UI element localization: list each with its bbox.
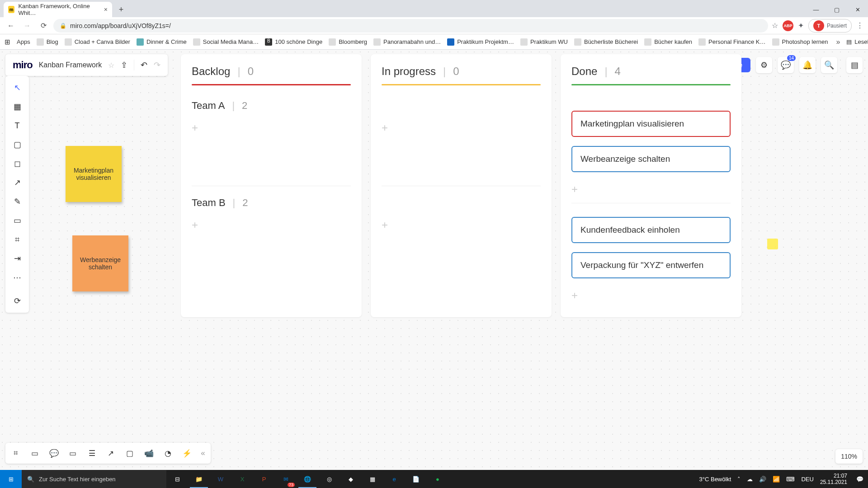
start-button[interactable]: ⊞ [0,470,22,488]
bookmark-item[interactable]: B100 schöne Dinge [265,38,322,46]
comments-icon[interactable]: 💬14 [778,57,794,73]
cards-icon[interactable]: ▭ [64,445,81,462]
close-tab-icon[interactable]: × [104,6,108,13]
reading-list-button[interactable]: ▤Leseliste [846,38,868,45]
notifications-tray-icon[interactable]: 💬 [856,476,863,483]
export-icon[interactable]: ⇪ [121,60,127,70]
shape-tool-icon[interactable]: ◻ [8,155,26,173]
ai-tool-icon[interactable]: ⟳ [8,292,26,310]
bookmark-item[interactable]: Bloomberg [329,38,367,46]
app-icon[interactable]: ◆ [340,470,362,488]
board-name[interactable]: Kanban Framework [39,61,102,69]
add-card-button[interactable]: + [571,287,731,304]
bookmark-item[interactable]: Panoramabahn und… [373,38,441,46]
share-panel-icon[interactable]: ↗ [102,445,119,462]
clock[interactable]: 21:07 25.11.2021 [820,473,850,486]
kanban-column-done[interactable]: Done | 4 Marketingplan visualisieren Wer… [561,54,741,317]
comments-panel-icon[interactable]: 💬 [45,445,62,462]
select-tool-icon[interactable]: ↖ [8,79,26,97]
task-view-icon[interactable]: ⊟ [166,470,188,488]
bookmark-item[interactable]: Dinner & Crime [137,38,187,46]
kanban-card[interactable]: Marketingplan visualisieren [571,111,731,137]
explorer-icon[interactable]: 📁 [188,470,210,488]
obs-icon[interactable]: ◎ [318,470,340,488]
more-tools-icon[interactable]: ⋯ [8,268,26,286]
new-tab-button[interactable]: + [115,3,127,16]
sticky-tool-icon[interactable]: ▢ [8,136,26,154]
keyboard-icon[interactable]: ⌨ [786,476,795,483]
zoom-level[interactable]: 110% [835,449,863,464]
settings-icon[interactable]: ⚙ [756,57,772,73]
bookmark-item[interactable]: Cload + Canva Bilder [65,38,130,46]
weather-widget[interactable]: 3°C Bewölkt [699,476,731,483]
sticky-note[interactable]: Werbeanzeige schalten [72,235,128,291]
text-tool-icon[interactable]: T [8,117,26,135]
kanban-column-inprogress[interactable]: In progress | 0 . + . + [371,54,552,317]
sticky-note[interactable]: Marketingplan visualisieren [66,146,122,202]
list-icon[interactable]: ☰ [83,445,100,462]
star-board-icon[interactable]: ☆ [108,61,114,70]
minimize-icon[interactable]: — [806,2,826,17]
notepad-icon[interactable]: 📄 [405,470,427,488]
miro-canvas[interactable]: miro Kanban Framework ☆ ⇪ ↶ ↷ ↖ ✨ T Shar… [0,50,868,470]
bookmark-item[interactable]: Praktikum Projektm… [447,38,514,46]
kanban-card[interactable]: Verpackung für "XYZ" entwerfen [571,252,731,278]
kanban-column-backlog[interactable]: Backlog | 0 Team A | 2 + Team B | 2 [181,54,362,317]
excel-icon[interactable]: X [231,470,253,488]
timer-icon[interactable]: ◔ [159,445,176,462]
word-icon[interactable]: W [210,470,231,488]
bookmark-item[interactable]: Bücherliste Bücherei [574,38,638,46]
activity-icon[interactable]: ▤ [846,57,863,73]
language-indicator[interactable]: DEU [801,476,813,483]
onedrive-icon[interactable]: ☁ [747,476,753,483]
frame-tool-icon[interactable]: ⌗ [8,230,26,249]
kanban-card[interactable]: Werbeanzeige schalten [571,146,731,172]
miro-logo[interactable]: miro [13,59,33,71]
templates-tool-icon[interactable]: ▦ [8,98,26,116]
reload-icon[interactable]: ⟳ [37,19,50,32]
notifications-icon[interactable]: 🔔 [799,57,816,73]
undo-icon[interactable]: ↶ [141,60,147,70]
bolt-icon[interactable]: ⚡ [178,445,195,462]
edge-icon[interactable]: e [383,470,405,488]
bookmarks-overflow-icon[interactable]: » [836,38,840,46]
redo-icon[interactable]: ↷ [154,60,160,70]
bookmark-item[interactable]: Praktikum WU [520,38,568,46]
record-icon[interactable]: 📹 [140,445,157,462]
star-icon[interactable]: ☆ [772,21,778,30]
taskbar-search[interactable]: 🔍 Zur Suche Text hier eingeben [22,470,166,488]
add-card-button[interactable]: + [382,120,541,136]
present-icon[interactable]: ▭ [26,445,43,462]
add-card-button[interactable]: + [192,217,351,233]
bookmark-item[interactable]: Personal Finance K… [698,38,765,46]
mail-icon[interactable]: ✉73 [275,470,297,488]
extensions-icon[interactable]: ✦ [798,21,804,30]
url-input[interactable]: 🔒 miro.com/app/board/uXjVOf8yZ1s=/ [53,19,768,33]
bookmark-item[interactable]: Bücher kaufen [644,38,692,46]
add-card-button[interactable]: + [382,217,541,233]
tray-chevron-icon[interactable]: ˄ [737,476,741,483]
pen-tool-icon[interactable]: ✎ [8,192,26,211]
browser-tab[interactable]: m Kanban Framework, Online Whit… × [4,2,112,17]
kanban-card[interactable]: Kundenfeedback einholen [571,217,731,243]
bookmark-item[interactable]: Photoshop lernen [772,38,828,46]
add-card-button[interactable]: + [192,120,351,136]
line-tool-icon[interactable]: ↗ [8,174,26,192]
close-window-icon[interactable]: ✕ [847,2,868,17]
chrome-icon[interactable]: 🌐 [297,470,318,488]
search-icon[interactable]: 🔍 [821,57,837,73]
abp-extension-icon[interactable]: ABP [783,20,793,31]
menu-icon[interactable]: ⋮ [856,21,863,30]
apps-icon[interactable]: ⊞ [5,38,10,46]
bookmark-item[interactable]: Blog [37,38,58,46]
volume-icon[interactable]: 🔊 [759,476,766,483]
forward-icon[interactable]: → [21,19,33,32]
maximize-icon[interactable]: ▢ [826,2,847,17]
bookmark-item[interactable]: Social Media Mana… [193,38,259,46]
wifi-icon[interactable]: 📶 [773,476,780,483]
powerpoint-icon[interactable]: P [253,470,275,488]
profile-button[interactable]: T Pausiert [808,19,852,33]
back-icon[interactable]: ← [5,19,17,32]
upload-tool-icon[interactable]: ⇥ [8,249,26,267]
app-icon[interactable]: ▦ [362,470,383,488]
